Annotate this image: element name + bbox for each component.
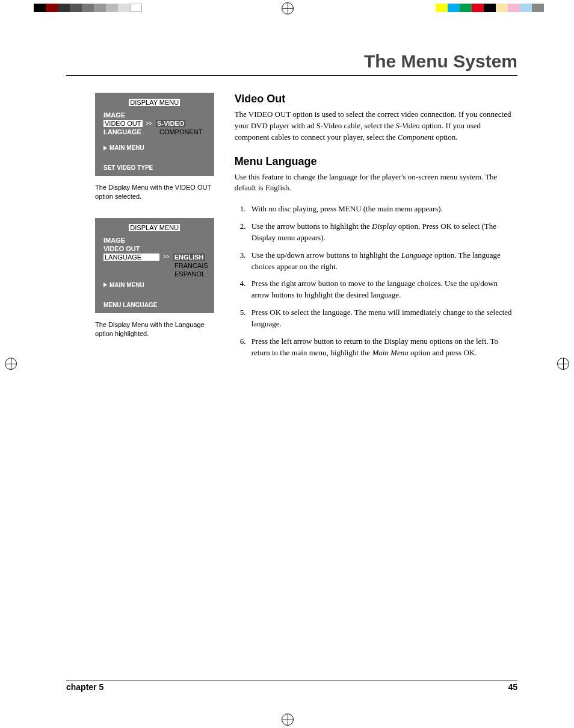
osd-row-image: IMAGE	[103, 237, 125, 244]
registration-mark-icon	[282, 714, 294, 726]
list-item: Press the left arrow button to return to…	[248, 336, 517, 359]
list-item: With no disc playing, press MENU (the ma…	[248, 204, 517, 215]
osd-row-videoout: VIDEO OUT	[103, 245, 140, 252]
page-footer: chapter 5 45	[66, 682, 517, 692]
chapter-label: chapter 5	[66, 682, 103, 692]
title-rule	[66, 75, 517, 76]
osd-row-videoout: VIDEO OUT	[103, 120, 143, 127]
osd-caption: The Display Menu with the Language optio…	[95, 320, 214, 338]
left-column: DISPLAY MENU IMAGE VIDEO OUT >> S-VIDEO …	[66, 93, 214, 365]
osd-row-language: LANGUAGE	[103, 254, 159, 261]
section-heading-menulanguage: Menu Language	[235, 155, 517, 168]
osd-display-menu-language: DISPLAY MENU IMAGE VIDEO OUT LANGUAGE >>…	[95, 218, 214, 313]
section-heading-videoout: Video Out	[235, 93, 517, 105]
osd-title: DISPLAY MENU	[129, 224, 180, 231]
osd-footer: SET VIDEO TYPE	[101, 162, 208, 172]
registration-mark-icon	[557, 358, 569, 370]
osd-row-language: LANGUAGE	[103, 128, 141, 135]
triangle-right-icon	[103, 282, 107, 287]
osd-arrow-icon: >>	[146, 121, 153, 126]
list-item: Press the right arrow button to move to …	[248, 278, 517, 301]
osd-option-english: ENGLISH	[173, 254, 205, 261]
registration-mark-icon	[5, 358, 17, 370]
color-swatch-bar	[0, 4, 574, 12]
osd-title: DISPLAY MENU	[129, 99, 180, 106]
osd-footer: MENU LANGUAGE	[101, 299, 208, 310]
right-column: Video Out The VIDEO OUT option is used t…	[235, 93, 517, 365]
page-title: The Menu System	[66, 51, 517, 72]
content-area: The Menu System DISPLAY MENU IMAGE VIDEO…	[66, 51, 517, 365]
list-item: Use the up/down arrow buttons to highlig…	[248, 250, 517, 273]
osd-option-svideo: S-VIDEO	[156, 120, 185, 127]
osd-row-image: IMAGE	[103, 111, 125, 119]
osd-option-espanol: ESPANOL	[174, 270, 205, 278]
triangle-right-icon	[103, 146, 107, 151]
steps-list: With no disc playing, press MENU (the ma…	[235, 204, 517, 358]
page: The Menu System DISPLAY MENU IMAGE VIDEO…	[0, 0, 574, 728]
osd-main-menu: MAIN MENU	[101, 278, 208, 288]
section-paragraph: Use this feature to change the language …	[235, 172, 517, 194]
section-paragraph: The VIDEO OUT option is used to select t…	[235, 109, 517, 143]
list-item: Press OK to select the language. The men…	[248, 307, 517, 330]
page-number: 45	[508, 682, 517, 692]
list-item: Use the arrow buttons to highlight the D…	[248, 221, 517, 244]
osd-option-francais: FRANCAIS	[174, 262, 208, 269]
osd-caption: The Display Menu with the VIDEO OUT opti…	[95, 183, 214, 201]
osd-main-menu: MAIN MENU	[101, 136, 208, 151]
osd-display-menu-videoout: DISPLAY MENU IMAGE VIDEO OUT >> S-VIDEO …	[95, 93, 214, 176]
osd-arrow-icon: >>	[163, 254, 170, 260]
osd-option-component: COMPONENT	[159, 128, 203, 135]
